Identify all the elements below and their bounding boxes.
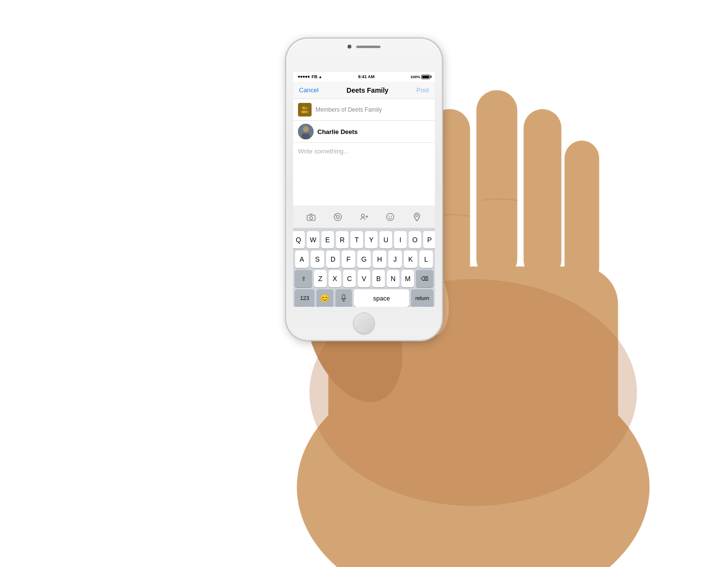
keyboard-row-4: 123 😊 space return [295, 289, 433, 307]
svg-point-25 [391, 216, 392, 217]
signal-dot-5 [308, 76, 310, 78]
signal-dot-3 [303, 76, 305, 78]
svg-rect-5 [524, 109, 562, 279]
key-b[interactable]: B [372, 270, 385, 287]
key-e[interactable]: E [321, 231, 334, 249]
phone-top-bar [347, 45, 381, 49]
keyboard-row-1: Q W E R T Y U I O P [295, 231, 433, 249]
svg-rect-16 [302, 133, 310, 139]
key-f[interactable]: F [342, 250, 355, 268]
svg-point-10 [305, 107, 308, 110]
key-s[interactable]: S [311, 250, 324, 268]
signal-dots [298, 76, 310, 78]
location-icon[interactable] [410, 210, 424, 224]
key-y[interactable]: Y [365, 231, 378, 249]
mic-key[interactable] [335, 289, 352, 307]
key-r[interactable]: R [336, 231, 348, 249]
key-k[interactable]: K [404, 250, 417, 268]
key-q[interactable]: Q [293, 231, 305, 249]
key-g[interactable]: G [357, 250, 371, 268]
svg-point-0 [297, 361, 650, 567]
status-left: FB ▲ [298, 74, 322, 79]
key-j[interactable]: J [388, 250, 402, 268]
svg-point-26 [416, 215, 418, 217]
nav-bar: Cancel Deets Family Post [293, 82, 435, 99]
emoji-icon[interactable] [383, 210, 397, 224]
key-z[interactable]: Z [314, 270, 327, 287]
audience-row[interactable]: Members of Deets Family [293, 99, 435, 121]
speaker [356, 46, 381, 48]
status-right: 100% [411, 75, 430, 79]
audience-icon [298, 103, 312, 117]
keyboard-row-3: ⇧ Z X C V B N M ⌫ [295, 270, 433, 287]
svg-point-12 [305, 111, 309, 113]
battery-percent: 100% [411, 75, 420, 79]
avatar [298, 124, 314, 139]
svg-point-18 [310, 217, 313, 219]
key-a[interactable]: A [295, 250, 309, 268]
key-u[interactable]: U [380, 231, 392, 249]
shift-key[interactable]: ⇧ [295, 270, 312, 287]
keyboard-row-2: A S D F G H J K L [295, 250, 433, 268]
carrier-label: FB [312, 74, 317, 79]
svg-rect-6 [564, 141, 599, 285]
svg-rect-4 [476, 90, 517, 279]
delete-key[interactable]: ⌫ [416, 270, 433, 287]
key-c[interactable]: C [343, 270, 356, 287]
keyboard[interactable]: Q W E R T Y U I O P A S D F G [293, 228, 435, 307]
key-i[interactable]: I [394, 231, 407, 249]
scene: FB ▲ 9:41 AM 100% Cancel Deets Family Po… [0, 0, 728, 567]
svg-point-21 [362, 214, 364, 217]
post-button[interactable]: Post [416, 86, 429, 94]
signal-dot-4 [305, 76, 307, 78]
svg-point-9 [302, 106, 305, 109]
key-l[interactable]: L [419, 250, 433, 268]
battery-icon [421, 75, 430, 79]
compose-placeholder: Write something... [298, 148, 349, 155]
key-w[interactable]: W [307, 231, 319, 249]
user-name: Charlie Deets [317, 128, 358, 135]
key-t[interactable]: T [350, 231, 363, 249]
front-camera [347, 45, 351, 49]
svg-point-20 [336, 216, 339, 218]
key-h[interactable]: H [373, 250, 386, 268]
space-key[interactable]: space [354, 289, 409, 307]
numbers-key[interactable]: 123 [295, 289, 314, 307]
cancel-button[interactable]: Cancel [299, 86, 318, 94]
svg-point-24 [389, 216, 390, 217]
svg-point-14 [303, 126, 309, 132]
emoji-key[interactable]: 😊 [316, 289, 333, 307]
key-m[interactable]: M [401, 270, 414, 287]
tag-people-icon[interactable] [357, 210, 371, 224]
svg-rect-27 [342, 295, 345, 299]
wifi-icon: ▲ [318, 75, 322, 79]
radio-icon[interactable] [331, 210, 345, 224]
status-bar: FB ▲ 9:41 AM 100% [293, 72, 435, 82]
media-toolbar [293, 206, 435, 228]
time-display: 9:41 AM [358, 74, 375, 79]
audience-label: Members of Deets Family [315, 106, 382, 113]
home-button[interactable] [353, 313, 375, 334]
key-v[interactable]: V [358, 270, 370, 287]
avatar-inner [298, 124, 314, 139]
return-key[interactable]: return [411, 289, 433, 307]
key-n[interactable]: N [387, 270, 399, 287]
svg-point-23 [387, 214, 394, 221]
page-title: Deets Family [347, 86, 388, 94]
key-x[interactable]: X [329, 270, 341, 287]
battery-fill [422, 76, 429, 78]
write-area[interactable]: Write something... [293, 143, 435, 206]
phone-screen: FB ▲ 9:41 AM 100% Cancel Deets Family Po… [293, 72, 435, 307]
signal-dot-1 [298, 76, 300, 78]
camera-icon[interactable] [304, 210, 318, 224]
user-row: Charlie Deets [293, 121, 435, 143]
signal-dot-2 [300, 76, 302, 78]
phone-shell: FB ▲ 9:41 AM 100% Cancel Deets Family Po… [286, 39, 442, 340]
key-p[interactable]: P [423, 231, 435, 249]
key-d[interactable]: D [326, 250, 340, 268]
key-o[interactable]: O [409, 231, 421, 249]
